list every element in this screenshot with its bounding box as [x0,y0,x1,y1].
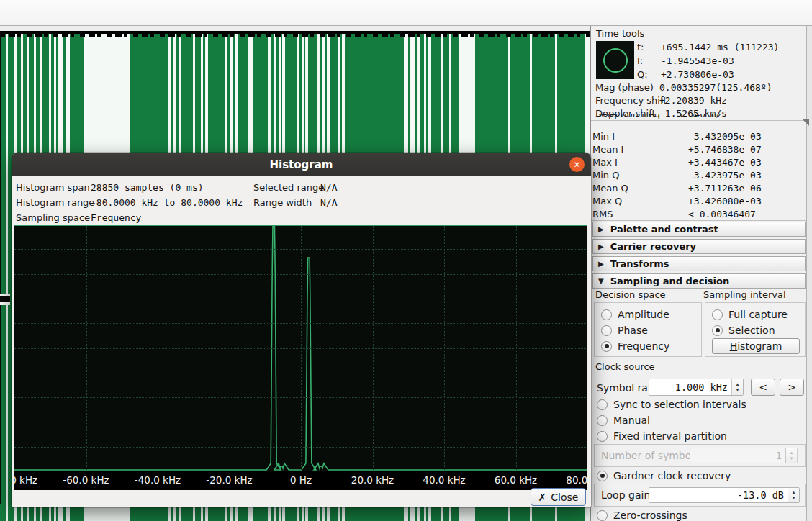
time-tools-title: Time tools [596,28,644,39]
radio-label: Manual [613,414,650,426]
close-icon[interactable]: ✕ [569,157,585,172]
radio-label: Selection [728,325,775,336]
clock-radio-manual[interactable]: Manual [597,414,650,426]
close-button[interactable]: ✗Close [531,488,586,506]
constellation-preview[interactable] [596,41,634,79]
loop-gain-spinbox[interactable]: -13.0 dB ▴ ▾ [649,487,800,503]
axis-tick-label: 80.0 kHz [566,474,587,486]
expanded-arrow-icon: ▼ [598,277,604,285]
clock-source-label: Clock source [595,361,655,372]
dialog-info-value: N/A [320,182,337,193]
radio-icon[interactable] [597,510,608,521]
dialog-title: Histogram [270,158,333,171]
axis-tick-label: -60.0 kHz [63,474,109,486]
dialog-info-value: -80.0000 kHz to 80.0000 kHz [91,197,243,208]
histogram-button[interactable]: Histogram [712,338,800,354]
panel-scrollbar[interactable] [806,26,812,521]
histogram-dialog: Histogram ✕ Histogram span28850 samples … [12,153,591,507]
stat-row-label: Mean I [592,144,623,155]
symbol-rate-value[interactable]: 1.000 kHz [649,379,731,395]
plot-hgridline [14,373,587,373]
clock-radio-fixed-interval-partition[interactable]: Fixed interval partition [597,430,727,442]
measurement-row-value: 0.00335297(125.468º) [659,82,772,93]
top-toolbar-strip [0,0,812,26]
symbol-rate-spinner[interactable]: ▴ ▾ [731,379,743,395]
section-header-palette-and-contrast[interactable]: ▶Palette and contrast [592,222,806,237]
panel-divider [591,120,807,121]
stat-row-value: +3.426080e-03 [688,196,762,207]
radio-icon[interactable] [597,399,608,410]
stat-row-value: -3.423975e-03 [688,170,762,181]
gardner-clock-recovery-radio[interactable]: Gardner clock recovery [597,470,731,481]
splitter-handle-icon[interactable] [803,119,809,126]
section-header-label: Palette and contrast [610,224,718,235]
loop-gain-spinner[interactable]: ▴ ▾ [788,488,799,502]
spinner-down-icon[interactable]: ▾ [793,495,795,501]
interval-radio-selection[interactable]: Selection [712,325,775,336]
section-header-carrier-recovery[interactable]: ▶Carrier recovery [592,239,806,254]
sampling-interval-label: Sampling interval [703,289,786,300]
close-label: Close [551,491,578,503]
measurement-row-value: +2.20839 kHz [659,95,727,106]
spinner-down-icon[interactable]: ▾ [790,456,793,461]
decision-radio-frequency[interactable]: Frequency [601,340,669,352]
radio-icon[interactable] [712,309,723,320]
plot-hgridline [14,274,587,275]
axis-tick-label: -80.0 kHz [14,474,37,486]
sigdigger-window: Time tools t:+695.1442 ms (111223)I:-1.9… [0,0,812,521]
spinner-up-icon[interactable]: ▴ [790,450,793,456]
stat-row-value: +3.711263e-06 [688,183,762,194]
stat-row-label: Mean Q [592,183,628,194]
zero-crossings-radio[interactable]: Zero-crossings [597,509,687,521]
symbol-rate-step-back-button[interactable]: < [751,379,775,396]
constellation-ring-icon [603,48,628,73]
stat-row-label: Max I [592,157,618,168]
plot-hgridline [14,397,587,398]
iq-row-label: I: [637,55,643,66]
radio-icon[interactable] [601,309,612,320]
dialog-info-label: Sampling space [16,212,90,223]
clock-radio-sync-to-selection-intervals[interactable]: Sync to selection intervals [597,399,746,410]
iq-row-value: -1.945543e-03 [661,55,734,66]
radio-label: Zero-crossings [613,509,687,521]
dialog-titlebar[interactable]: Histogram ✕ [12,153,591,176]
radio-icon[interactable] [712,325,723,336]
number-of-symbols-spinner[interactable]: ▴ ▾ [785,448,797,463]
measurement-row-label: Frequency shift [595,95,667,106]
stat-row-label: Max Q [592,196,622,207]
histogram-plot[interactable] [14,225,587,471]
iq-row-label: Q: [637,69,648,80]
iq-row-label: t: [637,42,644,53]
spinner-up-icon[interactable]: ▴ [736,381,739,387]
measurement-row-label: Mag (phase) [595,82,654,93]
dialog-info-label: Selected range [253,182,324,193]
dialog-info-label: Histogram range [16,197,94,208]
radio-icon[interactable] [597,415,608,426]
waterfall-left-edge [0,31,1,504]
spinner-down-icon[interactable]: ▾ [736,387,739,393]
stat-row-value: -3.432095e-03 [688,131,762,142]
axis-tick-label: 20.0 kHz [351,474,394,486]
iq-row-value: +695.1442 ms (111223) [661,42,779,53]
interval-radio-full-capture[interactable]: Full capture [712,309,788,320]
decision-radio-amplitude[interactable]: Amplitude [601,309,669,320]
spinner-up-icon[interactable]: ▴ [793,489,795,495]
section-header-sampling-and-decision[interactable]: ▼Sampling and decision [592,273,806,289]
number-of-symbols-spinbox[interactable]: 1 ▴ ▾ [690,448,798,463]
decision-radio-phase[interactable]: Phase [601,325,648,336]
radio-icon[interactable] [597,431,608,442]
number-of-symbols-value[interactable]: 1 [690,448,785,463]
symbol-rate-spinbox[interactable]: 1.000 kHz ▴ ▾ [649,379,744,396]
axis-tick-label: 60.0 kHz [495,474,537,486]
radio-icon[interactable] [601,325,612,336]
radio-icon[interactable] [597,471,608,481]
radio-label: Phase [618,325,648,336]
radio-icon[interactable] [601,341,612,352]
loop-gain-value[interactable]: -13.0 dB [649,488,788,502]
frequency-marker[interactable] [0,296,10,302]
selection-freq-label: Selection freq [595,114,660,119]
radio-label: Sync to selection intervals [613,399,746,410]
plot-hgridline [14,348,587,349]
section-header-transforms[interactable]: ▶Transforms [592,256,806,271]
symbol-rate-step-forward-button[interactable]: > [780,379,804,396]
